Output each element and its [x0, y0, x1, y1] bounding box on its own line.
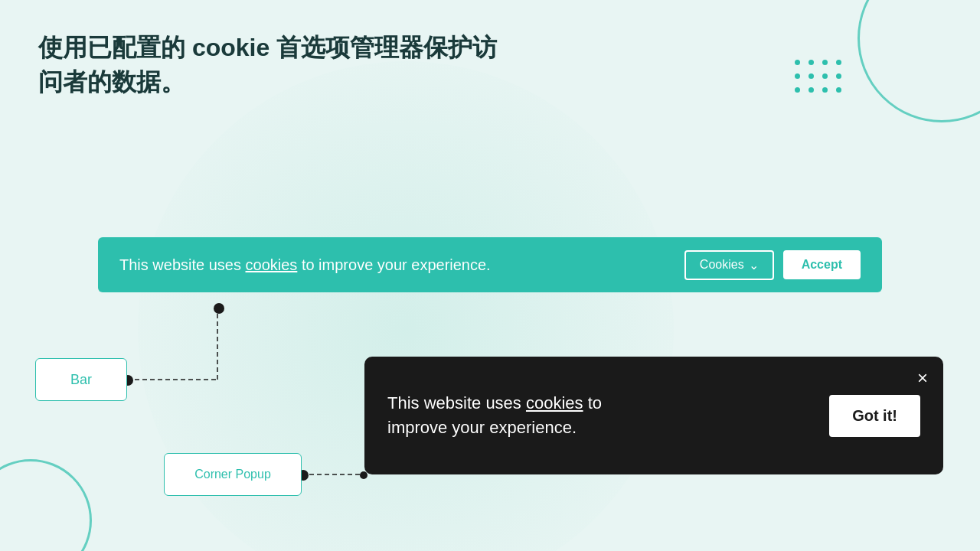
- cookie-bar-buttons: Cookies ⌄ Accept: [684, 250, 861, 280]
- cookie-bar: This website uses cookies to improve you…: [98, 237, 882, 292]
- close-button[interactable]: ×: [917, 369, 928, 387]
- cookies-dropdown-button[interactable]: Cookies ⌄: [684, 250, 774, 280]
- circle-decoration-top-right: [858, 0, 980, 122]
- dark-popup-text: This website uses cookies toimprove your…: [387, 391, 602, 440]
- dots-grid-decoration: [795, 60, 844, 95]
- dark-popup-cookies-link[interactable]: cookies: [526, 393, 583, 412]
- bar-label: Bar: [70, 372, 92, 388]
- chevron-down-icon: ⌄: [749, 258, 759, 272]
- got-it-button[interactable]: Got it!: [829, 395, 920, 437]
- corner-popup-box: Corner Popup: [164, 453, 302, 496]
- dark-popup: × This website uses cookies toimprove yo…: [364, 357, 943, 474]
- main-heading: 使用已配置的 cookie 首选项管理器保护访问者的数据。: [38, 31, 498, 99]
- circle-decoration-bottom-left: [0, 459, 92, 551]
- bar-label-box: Bar: [35, 358, 127, 401]
- cookie-bar-text: This website uses cookies to improve you…: [119, 256, 491, 274]
- accept-button[interactable]: Accept: [783, 250, 861, 279]
- cookies-button-label: Cookies: [700, 258, 744, 272]
- cookies-link[interactable]: cookies: [246, 256, 298, 273]
- connector-dot-top: [214, 303, 224, 314]
- corner-popup-label: Corner Popup: [194, 468, 271, 481]
